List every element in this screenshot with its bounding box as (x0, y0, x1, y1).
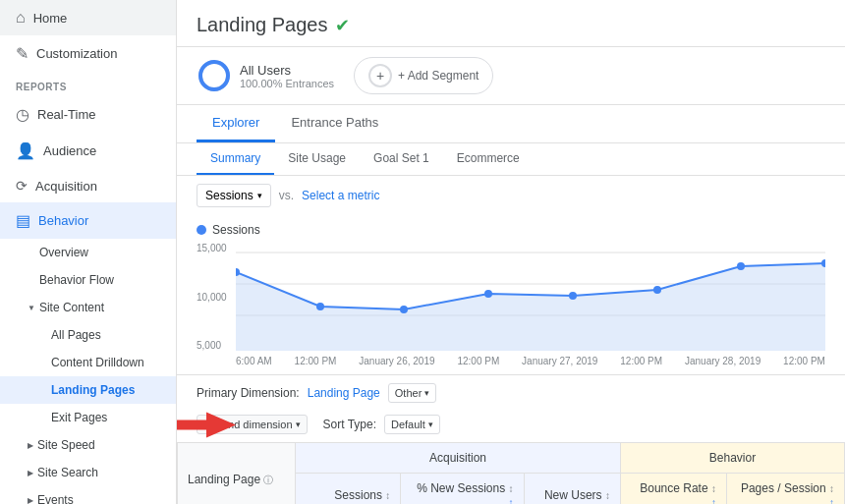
sidebar-group-site-content[interactable]: ▼ Site Content (0, 294, 176, 321)
x-label-4: January 27, 2019 (522, 356, 597, 366)
sidebar-item-audience[interactable]: 👤 Audience (0, 133, 176, 169)
main-tabs: Explorer Entrance Paths (177, 105, 845, 143)
sidebar-item-all-pages[interactable]: All Pages (0, 321, 176, 349)
sidebar-group-site-search-label: Site Search (37, 466, 98, 479)
new-sessions-sub-indicator: ↑ (509, 497, 514, 504)
th-new-users[interactable]: New Users ↕ (524, 474, 620, 505)
y-label-5k: 5,000 (197, 340, 227, 351)
x-label-3: 12:00 PM (457, 356, 499, 366)
th-bounce-rate[interactable]: Bounce Rate ↕ ↑ (620, 474, 726, 505)
sort-icon-new-sessions: ↕ (509, 483, 514, 494)
sidebar-item-customization[interactable]: ✎ Customization (0, 35, 176, 72)
metric-selector-row: Sessions ▾ vs. Select a metric (177, 176, 845, 215)
sidebar-group-events[interactable]: ▶ Events (0, 486, 176, 504)
primary-dim-landing-page[interactable]: Landing Page (308, 386, 380, 400)
other-dim-label: Other (395, 387, 422, 399)
add-segment-circle: + (368, 64, 392, 87)
sidebar-group-site-speed[interactable]: ▶ Site Speed (0, 431, 176, 459)
x-label-7: 12:00 PM (783, 356, 825, 366)
chart-legend: Sessions (197, 223, 825, 237)
sort-chevron: ▾ (428, 420, 433, 429)
sidebar-group-site-content-label: Site Content (39, 301, 104, 314)
svg-point-9 (484, 290, 492, 298)
page-title: Landing Pages (197, 14, 327, 36)
other-dim-dropdown[interactable]: Other ▾ (388, 383, 437, 403)
sidebar-item-audience-label: Audience (43, 143, 96, 158)
sidebar-item-behavior-flow-label: Behavior Flow (39, 273, 114, 287)
sidebar-item-acquisition[interactable]: ⟳ Acquisition (0, 169, 176, 202)
sub-tab-goal-set[interactable]: Goal Set 1 (360, 143, 443, 175)
realtime-icon: ◷ (16, 105, 29, 124)
y-label-10k: 10,000 (197, 292, 227, 303)
chart-x-labels: 6:00 AM 12:00 PM January 26, 2019 12:00 … (236, 354, 825, 366)
sort-icon-new-users: ↕ (605, 490, 610, 501)
chart-y-labels: 15,000 10,000 5,000 (197, 243, 227, 351)
sidebar-item-realtime-label: Real-Time (37, 107, 95, 122)
data-table-container: Landing Page ⓘ Acquisition Behavior Sess… (177, 442, 845, 504)
expand-icon-events: ▶ (28, 496, 33, 505)
pages-session-indicator: ↑ (829, 497, 834, 504)
th-pages-session[interactable]: Pages / Session ↕ ↑ (726, 474, 844, 505)
svg-marker-14 (177, 413, 236, 438)
x-label-2: January 26, 2019 (359, 356, 434, 366)
primary-dim-label: Primary Dimension: (197, 386, 300, 400)
sidebar-item-realtime[interactable]: ◷ Real-Time (0, 96, 176, 133)
sort-type-label: Sort Type: (323, 418, 376, 431)
expand-icon-speed: ▶ (28, 441, 33, 450)
sort-icon-pages-session: ↕ (829, 483, 834, 494)
th-sessions[interactable]: Sessions ↕ (296, 474, 401, 505)
segment-donut (197, 58, 232, 93)
main-header: Landing Pages ✔ (177, 0, 845, 47)
sidebar-item-content-drilldown-label: Content Drilldown (51, 356, 144, 369)
svg-point-1 (200, 62, 228, 89)
customization-icon: ✎ (16, 44, 28, 63)
y-label-15k: 15,000 (197, 243, 227, 253)
select-metric-link[interactable]: Select a metric (302, 189, 379, 202)
sidebar-item-overview[interactable]: Overview (0, 239, 176, 266)
add-segment-button[interactable]: + + Add Segment (354, 57, 493, 94)
metric-primary-dropdown[interactable]: Sessions ▾ (197, 184, 271, 207)
sort-icon-sessions: ↕ (385, 490, 390, 501)
x-label-0: 6:00 AM (236, 356, 272, 366)
sidebar-item-customization-label: Customization (36, 46, 117, 61)
tab-entrance-paths[interactable]: Entrance Paths (275, 105, 394, 142)
reports-section-label: REPORTS (0, 72, 176, 96)
sidebar-group-site-search[interactable]: ▶ Site Search (0, 459, 176, 486)
sidebar-item-home[interactable]: ⌂ Home (0, 0, 176, 35)
sort-type-dropdown[interactable]: Default ▾ (384, 415, 440, 434)
sub-tab-ecommerce[interactable]: Ecommerce (443, 143, 534, 175)
sub-tab-summary[interactable]: Summary (197, 143, 274, 175)
sidebar-item-landing-pages-label: Landing Pages (51, 383, 135, 397)
th-new-sessions[interactable]: % New Sessions ↕ ↑ (401, 474, 524, 505)
sidebar-item-content-drilldown[interactable]: Content Drilldown (0, 349, 176, 376)
sidebar-item-behavior-label: Behavior (38, 213, 88, 228)
home-icon: ⌂ (16, 9, 26, 27)
primary-dim-row: Primary Dimension: Landing Page Other ▾ (177, 374, 845, 411)
sidebar-item-home-label: Home (33, 11, 68, 26)
second-dim-chevron: ▾ (296, 420, 301, 429)
x-label-5: 12:00 PM (620, 356, 662, 366)
sub-tab-site-usage[interactable]: Site Usage (274, 143, 360, 175)
behavior-icon: ▤ (16, 211, 30, 230)
add-segment-label: + Add Segment (398, 69, 479, 83)
svg-point-7 (316, 303, 324, 310)
sidebar-item-landing-pages[interactable]: Landing Pages (0, 376, 176, 404)
sidebar-item-behavior-flow[interactable]: Behavior Flow (0, 266, 176, 294)
acquisition-icon: ⟳ (16, 178, 28, 194)
sidebar-item-acquisition-label: Acquisition (35, 179, 97, 194)
sidebar-item-exit-pages[interactable]: Exit Pages (0, 404, 176, 431)
data-table: Landing Page ⓘ Acquisition Behavior Sess… (177, 442, 845, 504)
svg-point-12 (737, 262, 745, 270)
chevron-down-icon: ▾ (257, 191, 262, 200)
segment-all-users[interactable]: All Users 100.00% Entrances (197, 58, 334, 93)
legend-label: Sessions (212, 223, 260, 237)
svg-point-11 (653, 286, 661, 294)
tab-explorer[interactable]: Explorer (197, 105, 275, 142)
sort-icon-bounce-rate: ↕ (711, 483, 716, 494)
th-landing-page[interactable]: Landing Page ⓘ (178, 443, 296, 505)
segment-text: All Users 100.00% Entrances (240, 63, 334, 89)
sidebar-item-behavior[interactable]: ▤ Behavior (0, 202, 176, 239)
sidebar: ⌂ Home ✎ Customization REPORTS ◷ Real-Ti… (0, 0, 177, 504)
expand-icon: ▼ (28, 304, 35, 312)
sidebar-group-site-speed-label: Site Speed (37, 438, 95, 452)
